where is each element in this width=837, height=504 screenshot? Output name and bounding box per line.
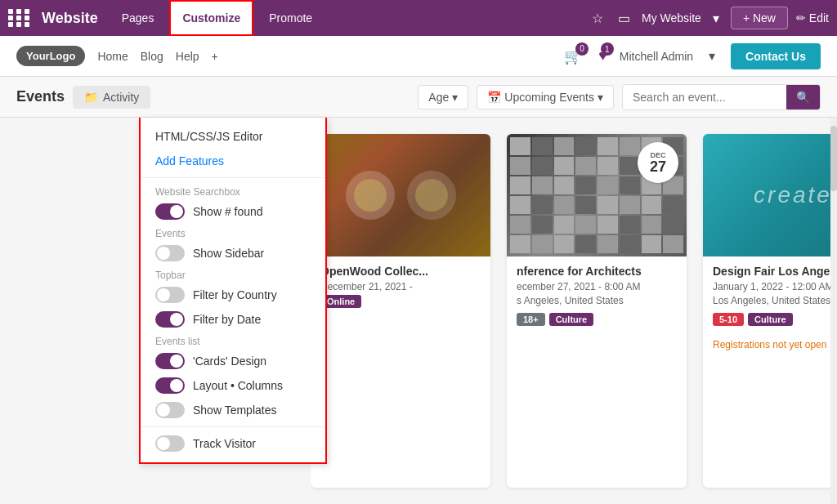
star-icon[interactable]: ☆ xyxy=(589,7,606,29)
top-nav-right: ☆ ▭ My Website ▾ + New ✏ Edit xyxy=(589,7,829,29)
admin-dropdown[interactable]: Mitchell Admin xyxy=(620,50,693,63)
card-title-3: Design Fair Los Angeles xyxy=(713,265,837,278)
card-date-1: December 21, 2021 - xyxy=(320,281,481,292)
event-image-3: create JAN 01 xyxy=(703,134,837,256)
show-found-label: Show # found xyxy=(193,205,263,218)
show-sidebar-toggle[interactable] xyxy=(155,245,185,261)
admin-chevron-icon[interactable]: ▾ xyxy=(705,45,718,67)
nav-promote[interactable]: Promote xyxy=(257,0,324,36)
activity-label: Activity xyxy=(103,91,139,104)
search-box: 🔍 xyxy=(622,84,821,110)
mobile-icon[interactable]: ▭ xyxy=(615,7,633,29)
event-card[interactable]: create JAN 01 Design Fair Los Angeles Ja… xyxy=(703,134,837,488)
scrollbar[interactable] xyxy=(830,118,837,504)
track-visitor-toggle[interactable] xyxy=(155,435,185,452)
my-website-btn[interactable]: My Website xyxy=(642,11,701,25)
layout-columns-toggle[interactable] xyxy=(155,377,185,394)
filter-country-toggle[interactable] xyxy=(155,287,185,303)
search-input[interactable] xyxy=(623,85,786,109)
toggle-layout-columns: Layout • Columns xyxy=(141,373,325,398)
upcoming-events-filter[interactable]: 📅 Upcoming Events ▾ xyxy=(477,85,614,109)
site-name: Website xyxy=(42,10,98,27)
filter-date-toggle[interactable] xyxy=(155,311,185,328)
calendar-icon: 📅 xyxy=(487,91,501,104)
toggle-filter-country: Filter by Country xyxy=(141,283,325,307)
card-body-1: OpenWood Collec... December 21, 2021 - O… xyxy=(311,256,490,316)
card-body-3: Design Fair Los Angeles January 1, 2022 … xyxy=(703,256,837,334)
toggle-show-sidebar: Show Sidebar xyxy=(141,241,325,265)
nav-help[interactable]: Help xyxy=(176,50,199,63)
card-location-2: s Angeles, United States xyxy=(517,295,677,306)
filter-country-label: Filter by Country xyxy=(193,288,277,301)
show-sidebar-label: Show Sidebar xyxy=(193,247,264,260)
event-card[interactable]: DEC 27 nference for Architects ecember 2… xyxy=(507,134,687,488)
logo[interactable]: YourLogo xyxy=(16,46,85,66)
section-events-list: Events list xyxy=(141,332,325,349)
chevron-down-icon[interactable]: ▾ xyxy=(709,7,723,29)
cart-icon[interactable]: 🛒0 xyxy=(564,47,582,65)
toggle-track-visitor: Track Visitor xyxy=(141,431,325,456)
card-tags-2: 18+ Culture xyxy=(517,313,677,326)
second-nav-right: 🛒0 ♥1 Mitchell Admin ▾ Contact Us xyxy=(564,43,821,69)
card-title-1: OpenWood Collec... xyxy=(320,265,481,278)
card-date-3: January 1, 2022 - 12:00 AM xyxy=(713,281,837,292)
nav-plus[interactable]: + xyxy=(212,50,218,63)
card-tags-1: Online xyxy=(320,295,481,308)
age-chevron-icon: ▾ xyxy=(452,91,458,104)
html-editor-item[interactable]: HTML/CSS/JS Editor xyxy=(141,124,325,149)
main-content: HTML/CSS/JS Editor Add Features Website … xyxy=(0,118,837,504)
upcoming-label: Upcoming Events xyxy=(504,91,594,104)
tag-range: 5-10 xyxy=(713,313,744,326)
scrollbar-thumb[interactable] xyxy=(830,126,837,191)
nav-customize[interactable]: Customize xyxy=(169,0,253,36)
toggle-cards-design: 'Cards' Design xyxy=(141,349,325,373)
tag-culture-2: Culture xyxy=(748,313,793,326)
filter-date-label: Filter by Date xyxy=(193,313,261,326)
new-button[interactable]: + New xyxy=(731,7,788,29)
show-templates-toggle[interactable] xyxy=(155,402,185,418)
toggle-filter-date: Filter by Date xyxy=(141,307,325,332)
card-date-2: ecember 27, 2021 - 8:00 AM xyxy=(517,281,677,292)
age-label: Age xyxy=(428,91,449,104)
wishlist-icon[interactable]: ♥1 xyxy=(598,47,607,65)
section-topbar: Topbar xyxy=(141,265,325,283)
layout-columns-label: Layout • Columns xyxy=(193,379,283,392)
nav-blog[interactable]: Blog xyxy=(141,50,163,63)
card-body-2: nference for Architects ecember 27, 2021… xyxy=(507,256,687,334)
search-button[interactable]: 🔍 xyxy=(786,85,820,109)
event-image-1 xyxy=(311,134,490,256)
section-website-searchbox: Website Searchbox xyxy=(141,182,325,199)
date-badge-2: DEC 27 xyxy=(638,142,678,183)
tag-culture: Culture xyxy=(549,313,594,326)
show-found-toggle[interactable] xyxy=(155,203,185,220)
section-events: Events xyxy=(141,224,325,241)
age-filter[interactable]: Age ▾ xyxy=(418,85,468,109)
cards-design-label: 'Cards' Design xyxy=(193,355,266,368)
card-tags-3: 5-10 Culture xyxy=(713,313,837,326)
card-title-2: nference for Architects xyxy=(517,265,677,278)
events-bar: Events 📁 Activity Age ▾ 📅 Upcoming Event… xyxy=(0,77,837,118)
cards-area: OpenWood Collec... December 21, 2021 - O… xyxy=(311,118,837,504)
nav-home[interactable]: Home xyxy=(97,50,128,63)
design-art: create xyxy=(754,182,832,208)
edit-button[interactable]: ✏ Edit xyxy=(796,11,829,25)
divider-2 xyxy=(141,426,325,427)
toggle-show-found: Show # found xyxy=(141,199,325,224)
nav-pages[interactable]: Pages xyxy=(110,0,166,36)
activity-tab[interactable]: 📁 Activity xyxy=(73,86,150,109)
grid-icon[interactable] xyxy=(8,9,31,27)
divider-1 xyxy=(141,177,325,178)
upcoming-chevron-icon: ▾ xyxy=(598,91,603,104)
contact-button[interactable]: Contact Us xyxy=(731,43,821,69)
card-footer-3: Registrations not yet open xyxy=(703,334,837,355)
add-features-item[interactable]: Add Features xyxy=(141,149,325,173)
event-card[interactable]: OpenWood Collec... December 21, 2021 - O… xyxy=(311,134,490,488)
track-visitor-label: Track Visitor xyxy=(193,437,256,450)
top-nav: Website Pages Customize Promote ☆ ▭ My W… xyxy=(0,0,837,36)
cards-design-toggle[interactable] xyxy=(155,353,185,369)
event-image-2: DEC 27 xyxy=(507,134,687,256)
toggle-show-templates: Show Templates xyxy=(141,398,325,422)
customize-dropdown: HTML/CSS/JS Editor Add Features Website … xyxy=(139,118,327,464)
show-templates-label: Show Templates xyxy=(193,404,276,417)
events-title: Events xyxy=(16,88,65,105)
